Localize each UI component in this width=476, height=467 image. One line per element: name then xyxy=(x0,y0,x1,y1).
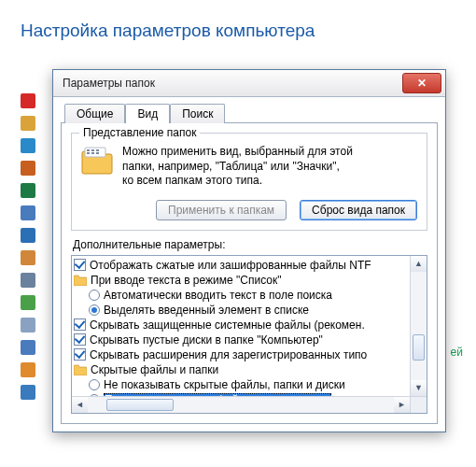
tree-label: Скрытые файлы и папки xyxy=(91,363,218,376)
apps-icon[interactable] xyxy=(21,138,35,153)
tab-strip: Общие Вид Поиск xyxy=(53,97,445,122)
monitor-icon[interactable] xyxy=(21,183,35,198)
tree-row[interactable]: Автоматически вводить текст в поле поиск… xyxy=(74,288,408,303)
dialog-title: Параметры папок xyxy=(63,77,155,90)
efax-icon[interactable] xyxy=(21,362,35,377)
desc-line: папки, например, "Таблица" или "Значки", xyxy=(122,160,353,175)
tree-label: Скрывать защищенные системные файлы (рек… xyxy=(90,318,365,332)
scroll-down-icon[interactable]: ▼ xyxy=(411,380,427,396)
chart-icon[interactable] xyxy=(21,250,35,265)
folder-views-icon xyxy=(81,147,113,175)
reset-folders-button[interactable]: Сброс вида папок xyxy=(300,200,417,220)
shield-icon[interactable] xyxy=(21,318,35,333)
advanced-settings-tree[interactable]: Отображать сжатые или зашифрованные файл… xyxy=(71,255,427,414)
scroll-up-icon[interactable]: ▲ xyxy=(411,256,427,272)
tree-row[interactable]: Скрывать расширения для зарегистрированн… xyxy=(74,347,408,362)
apply-to-folders-button[interactable]: Применить к папкам xyxy=(156,200,287,220)
tree-row[interactable]: Отображать сжатые или зашифрованные файл… xyxy=(74,258,408,273)
tree-row[interactable]: Не показывать скрытые файлы, папки и дис… xyxy=(74,377,408,392)
close-button[interactable]: ✕ xyxy=(402,73,441,93)
tree-label: Отображать сжатые или зашифрованные файл… xyxy=(90,259,371,272)
desc-line: Можно применить вид, выбранный для этой xyxy=(122,145,353,160)
horizontal-scrollbar[interactable]: ◄ ► xyxy=(72,396,410,413)
svg-rect-2 xyxy=(91,149,94,151)
device-icon[interactable] xyxy=(21,273,35,288)
scroll-left-icon[interactable]: ◄ xyxy=(72,397,88,413)
font-icon[interactable] xyxy=(21,116,35,131)
tab-search[interactable]: Поиск xyxy=(170,104,225,123)
tree-checkbox[interactable] xyxy=(74,318,86,331)
tree-row[interactable]: Скрытые файлы и папки xyxy=(74,362,408,377)
audio-icon[interactable] xyxy=(21,295,35,310)
scroll-thumb[interactable] xyxy=(413,334,425,361)
scrollbar-corner xyxy=(410,396,427,413)
tree-label: Скрывать расширения для зарегистрированн… xyxy=(90,348,367,361)
tree-radio[interactable] xyxy=(89,379,100,390)
tree-label: При вводе текста в режиме "Список" xyxy=(91,274,282,287)
truncated-side-text: ей xyxy=(451,346,463,359)
tab-view[interactable]: Вид xyxy=(125,104,170,123)
advanced-settings-label: Дополнительные параметры: xyxy=(73,238,427,251)
tree-checkbox[interactable] xyxy=(74,259,86,271)
group-description: Можно применить вид, выбранный для этой … xyxy=(122,145,353,189)
folder-options-dialog: Параметры папок ✕ Общие Вид Поиск Предст… xyxy=(52,69,446,432)
flash-icon[interactable] xyxy=(21,93,35,108)
scroll-right-icon[interactable]: ► xyxy=(394,397,410,413)
folder-icon xyxy=(74,364,87,375)
svg-rect-3 xyxy=(96,149,99,151)
tab-panel-view: Представление папок Можно применить вид,… xyxy=(61,122,438,424)
tree-row[interactable]: Скрывать защищенные системные файлы (рек… xyxy=(74,318,408,333)
scroll-thumb[interactable] xyxy=(106,399,174,411)
svg-rect-6 xyxy=(96,152,99,154)
control-panel-icon-column xyxy=(21,93,35,400)
tree-checkbox[interactable] xyxy=(74,348,86,361)
install-icon[interactable] xyxy=(21,161,35,176)
tree-row[interactable]: Скрывать пустые диски в папке "Компьютер… xyxy=(74,333,408,347)
tree-label: Скрывать пустые диски в папке "Компьютер… xyxy=(90,333,323,347)
tree-row[interactable]: Выделять введенный элемент в списке xyxy=(74,303,408,318)
tree-label: Не показывать скрытые файлы, папки и дис… xyxy=(104,378,345,391)
svg-rect-5 xyxy=(91,152,94,154)
tree-label: Автоматически вводить текст в поле поиск… xyxy=(104,289,332,302)
close-icon: ✕ xyxy=(417,77,427,90)
page-title: Настройка параметров компьютера xyxy=(0,0,476,41)
svg-rect-1 xyxy=(87,149,90,151)
folder-icon xyxy=(74,275,87,286)
tree-radio[interactable] xyxy=(89,290,100,301)
tab-general[interactable]: Общие xyxy=(64,104,125,123)
cpu-icon[interactable] xyxy=(21,385,35,400)
folder-views-group: Представление папок Можно применить вид,… xyxy=(71,133,427,231)
svg-rect-4 xyxy=(87,152,90,154)
tree-row[interactable]: При вводе текста в режиме "Список" xyxy=(74,273,408,288)
dialog-titlebar[interactable]: Параметры папок ✕ xyxy=(53,70,445,97)
group-legend: Представление папок xyxy=(79,126,200,139)
clock-icon[interactable] xyxy=(21,340,35,355)
lock-icon[interactable] xyxy=(21,228,35,243)
tree-label: Выделять введенный элемент в списке xyxy=(104,304,309,317)
drive-icon[interactable] xyxy=(21,205,35,220)
vertical-scrollbar[interactable]: ▲ ▼ xyxy=(410,256,427,396)
tree-checkbox[interactable] xyxy=(74,333,86,346)
desc-line: ко всем папкам этого типа. xyxy=(122,174,353,189)
tree-radio[interactable] xyxy=(89,304,100,316)
